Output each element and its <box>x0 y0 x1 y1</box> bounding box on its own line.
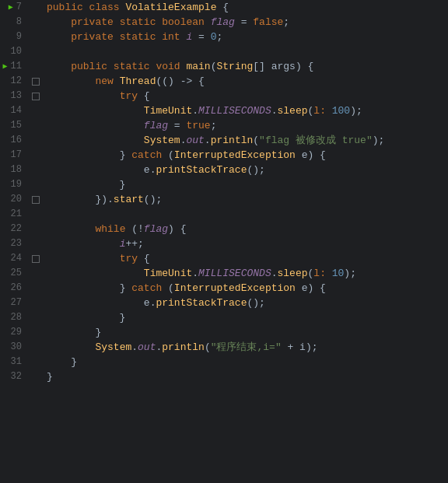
run-icon: ▶ <box>9 0 13 15</box>
breakpoint-marker <box>32 78 40 86</box>
line-number: 24 <box>0 251 28 266</box>
code-content: while (!flag) { <box>44 222 448 236</box>
code-content: public class VolatileExample { <box>44 0 448 15</box>
code-line: 14 TimeUnit.MILLISECONDS.sleep(l: 100); <box>0 103 448 118</box>
line-number: ▶11 <box>0 59 28 74</box>
code-content: System.out.println("程序结束,i=" + i); <box>44 340 448 355</box>
line-number: 13 <box>0 89 28 103</box>
breakpoint-area[interactable] <box>28 78 44 86</box>
code-content: } catch (InterruptedException e) { <box>44 281 448 296</box>
code-content: private static int i = 0; <box>44 30 448 44</box>
code-content: private static boolean flag = false; <box>44 15 448 30</box>
line-number: 29 <box>0 325 28 340</box>
line-number: 10 <box>0 44 28 59</box>
code-line: 13 try { <box>0 89 448 103</box>
code-content: new Thread(() -> { <box>44 74 448 89</box>
code-line: 24 try { <box>0 251 448 266</box>
line-number: 26 <box>0 281 28 296</box>
code-content: public static void main(String[] args) { <box>44 59 448 74</box>
code-content: } <box>44 310 448 325</box>
line-number: 32 <box>0 369 28 384</box>
breakpoint-marker <box>32 93 40 100</box>
code-content: e.printStackTrace(); <box>44 163 448 177</box>
code-line: 10 <box>0 44 448 59</box>
breakpoint-marker <box>32 196 40 204</box>
code-content: }).start(); <box>44 192 448 207</box>
code-content: TimeUnit.MILLISECONDS.sleep(l: 10); <box>44 266 448 281</box>
line-number: 21 <box>0 207 28 222</box>
code-line: 22 while (!flag) { <box>0 222 448 236</box>
line-number: 17 <box>0 148 28 163</box>
code-content: } <box>44 325 448 340</box>
run-icon: ▶ <box>3 59 8 74</box>
line-number: 9 <box>0 30 28 44</box>
code-line: 20 }).start(); <box>0 192 448 207</box>
code-line: 15 flag = true; <box>0 118 448 133</box>
line-number: 22 <box>0 222 28 236</box>
code-editor: ▶7public class VolatileExample {8 privat… <box>0 0 448 483</box>
code-line: 12 new Thread(() -> { <box>0 74 448 89</box>
code-content: System.out.println("flag 被修改成 true"); <box>44 133 448 148</box>
line-number: 19 <box>0 177 28 192</box>
code-line: 29 } <box>0 325 448 340</box>
code-line: 26 } catch (InterruptedException e) { <box>0 281 448 296</box>
code-line: ▶11 public static void main(String[] arg… <box>0 59 448 74</box>
line-number: 20 <box>0 192 28 207</box>
code-content: flag = true; <box>44 118 448 133</box>
line-number: 31 <box>0 355 28 369</box>
line-number: 16 <box>0 133 28 148</box>
breakpoint-area[interactable] <box>28 255 44 263</box>
breakpoint-area[interactable] <box>28 93 44 100</box>
breakpoint-area[interactable] <box>28 196 44 204</box>
code-content: } catch (InterruptedException e) { <box>44 148 448 163</box>
line-number: 15 <box>0 118 28 133</box>
breakpoint-marker <box>32 255 40 263</box>
code-content: i++; <box>44 236 448 251</box>
line-number: ▶7 <box>0 0 28 15</box>
line-number: 30 <box>0 340 28 355</box>
code-line: 17 } catch (InterruptedException e) { <box>0 148 448 163</box>
line-number: 25 <box>0 266 28 281</box>
line-number: 12 <box>0 74 28 89</box>
line-number: 14 <box>0 103 28 118</box>
code-line: 28 } <box>0 310 448 325</box>
code-content: TimeUnit.MILLISECONDS.sleep(l: 100); <box>44 103 448 118</box>
line-number: 18 <box>0 163 28 177</box>
code-line: 21 <box>0 207 448 222</box>
code-content: } <box>44 369 448 384</box>
code-content: try { <box>44 251 448 266</box>
code-line: 30 System.out.println("程序结束,i=" + i); <box>0 340 448 355</box>
code-line: ▶7public class VolatileExample { <box>0 0 448 15</box>
code-line: 8 private static boolean flag = false; <box>0 15 448 30</box>
line-number: 28 <box>0 310 28 325</box>
code-content: try { <box>44 89 448 103</box>
code-content: e.printStackTrace(); <box>44 296 448 310</box>
code-line: 25 TimeUnit.MILLISECONDS.sleep(l: 10); <box>0 266 448 281</box>
code-content: } <box>44 355 448 369</box>
code-content: } <box>44 177 448 192</box>
code-line: 31 } <box>0 355 448 369</box>
code-line: 32} <box>0 369 448 384</box>
code-line: 18 e.printStackTrace(); <box>0 163 448 177</box>
code-line: 16 System.out.println("flag 被修改成 true"); <box>0 133 448 148</box>
code-line: 9 private static int i = 0; <box>0 30 448 44</box>
code-line: 23 i++; <box>0 236 448 251</box>
line-number: 8 <box>0 15 28 30</box>
line-number: 27 <box>0 296 28 310</box>
code-line: 19 } <box>0 177 448 192</box>
line-number: 23 <box>0 236 28 251</box>
code-line: 27 e.printStackTrace(); <box>0 296 448 310</box>
